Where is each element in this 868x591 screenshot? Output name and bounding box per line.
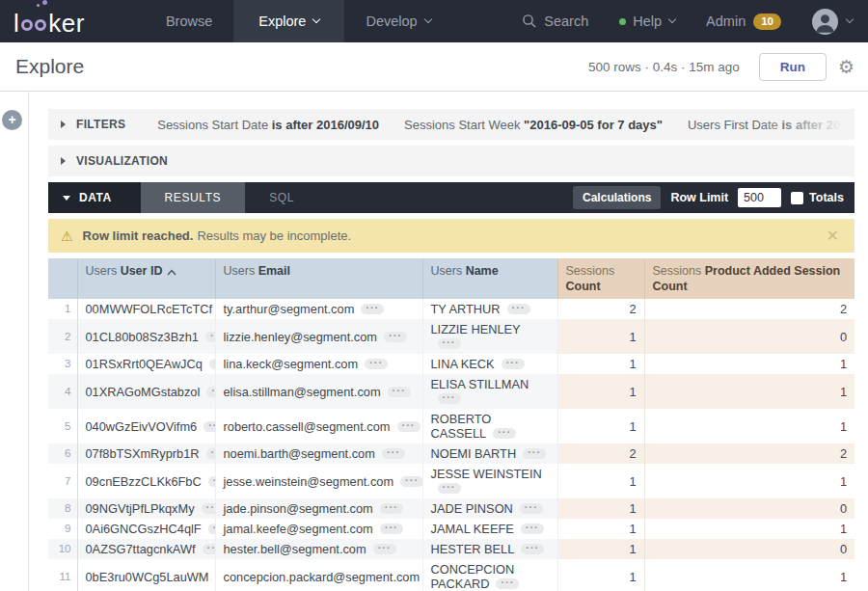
cell-menu-icon[interactable]	[400, 476, 422, 487]
table-row[interactable]: 90Ai6GNCGszHC4qlFjamal.keefe@segment.com…	[48, 519, 854, 539]
nav-item-explore[interactable]: Explore	[233, 0, 344, 42]
column-header-email[interactable]: Users Email	[215, 258, 422, 299]
email-cell[interactable]: jesse.weinstein@segment.com	[215, 464, 422, 498]
cell-menu-icon[interactable]	[206, 448, 215, 459]
column-header-user-id[interactable]: Users User ID	[77, 258, 215, 299]
nav-item-browse[interactable]: Browse	[145, 0, 233, 42]
product-added-count-cell[interactable]: 1	[644, 374, 854, 409]
totals-label[interactable]: Totals	[809, 191, 844, 204]
data-section-toggle[interactable]: DATA	[48, 182, 141, 213]
cell-menu-icon[interactable]	[208, 476, 215, 487]
user-id-cell[interactable]: 00MWWFOLRcETcTCf	[77, 299, 215, 319]
email-cell[interactable]: jade.pinson@segment.com	[215, 498, 422, 519]
filter-item[interactable]: Sessions Start Week "2016-09-05 for 7 da…	[404, 118, 663, 132]
user-id-cell[interactable]: 0Ai6GNCGszHC4qlF	[77, 519, 215, 539]
row-limit-input[interactable]	[738, 188, 781, 207]
cell-menu-icon[interactable]	[507, 304, 530, 314]
cell-menu-icon[interactable]	[206, 387, 215, 397]
cell-menu-icon[interactable]	[382, 448, 405, 459]
run-button[interactable]: Run	[759, 53, 827, 81]
session-count-cell[interactable]: 2	[557, 299, 644, 319]
cell-menu-icon[interactable]	[502, 359, 525, 369]
user-id-cell[interactable]: 01CL80b08Sz3Bzh1	[77, 319, 215, 354]
cell-menu-icon[interactable]	[496, 578, 519, 589]
filter-item[interactable]: Users First Date is after 2016/09/10	[688, 118, 842, 132]
email-cell[interactable]: elisa.stillman@segment.com	[215, 374, 422, 409]
search-button[interactable]: Search	[522, 13, 588, 29]
user-id-cell[interactable]: 01XRAGoMGstabzol	[77, 374, 215, 409]
session-count-cell[interactable]: 1	[557, 559, 644, 591]
user-id-cell[interactable]: 01RSxRrt0QEAwJCq	[77, 354, 215, 374]
cell-menu-icon[interactable]	[361, 304, 384, 314]
table-row[interactable]: 100MWWFOLRcETcTCfty.arthur@segment.comTY…	[48, 299, 854, 319]
table-row[interactable]: 401XRAGoMGstabzolelisa.stillman@segment.…	[48, 374, 854, 409]
column-header-product-added[interactable]: Sessions Product Added Session Count	[644, 258, 854, 299]
session-count-cell[interactable]: 1	[557, 539, 644, 559]
cell-menu-icon[interactable]	[397, 421, 420, 432]
column-header-count[interactable]: Sessions Count	[557, 258, 644, 299]
tab-results[interactable]: RESULTS	[141, 182, 246, 213]
email-cell[interactable]: ty.arthur@segment.com	[215, 299, 422, 319]
session-count-cell[interactable]: 1	[557, 464, 644, 498]
session-count-cell[interactable]: 1	[557, 319, 644, 354]
nav-item-admin[interactable]: Admin 10	[706, 13, 781, 30]
product-added-count-cell[interactable]: 1	[644, 519, 854, 539]
filters-section[interactable]: FILTERS Sessions Start Date is after 201…	[48, 109, 854, 140]
cell-menu-icon[interactable]	[203, 544, 215, 554]
email-cell[interactable]: lizzie.henley@segment.com	[215, 319, 422, 354]
cell-menu-icon[interactable]	[388, 387, 411, 397]
session-count-cell[interactable]: 2	[557, 443, 644, 464]
session-count-cell[interactable]: 1	[557, 354, 644, 374]
product-added-count-cell[interactable]: 2	[644, 299, 854, 319]
tab-sql[interactable]: SQL	[245, 182, 318, 213]
cell-menu-icon[interactable]	[373, 544, 396, 554]
cell-menu-icon[interactable]	[380, 524, 403, 534]
cell-menu-icon[interactable]	[209, 359, 215, 369]
nav-item-develop[interactable]: Develop	[344, 0, 451, 42]
cell-menu-icon[interactable]	[523, 448, 546, 459]
user-menu[interactable]	[812, 9, 853, 35]
name-cell[interactable]: ELISA STILLMAN	[422, 374, 557, 409]
product-added-count-cell[interactable]: 0	[644, 319, 854, 354]
cell-menu-icon[interactable]	[520, 503, 543, 514]
user-id-cell[interactable]: 07f8bTSXmRyprb1R	[77, 443, 215, 464]
cell-menu-icon[interactable]	[521, 544, 544, 554]
session-count-cell[interactable]: 1	[557, 519, 644, 539]
email-cell[interactable]: hester.bell@segment.com	[215, 539, 422, 559]
product-added-count-cell[interactable]: 1	[644, 409, 854, 443]
table-row[interactable]: 607f8bTSXmRyprb1Rnoemi.barth@segment.com…	[48, 443, 854, 464]
name-cell[interactable]: LIZZIE HENLEY	[422, 319, 557, 354]
cell-menu-icon[interactable]	[384, 332, 407, 342]
email-cell[interactable]: noemi.barth@segment.com	[215, 443, 422, 464]
looker-logo[interactable]: lker	[14, 7, 85, 36]
visualization-section[interactable]: VISUALIZATION	[48, 146, 854, 176]
product-added-count-cell[interactable]: 0	[644, 539, 854, 559]
email-cell[interactable]: jamal.keefe@segment.com	[215, 519, 422, 539]
close-icon[interactable]: ✕	[827, 227, 842, 245]
gear-icon[interactable]: ⚙	[838, 58, 854, 76]
email-cell[interactable]: concepcion.packard@segment.com	[215, 559, 422, 591]
cell-menu-icon[interactable]	[521, 524, 544, 534]
cell-menu-icon[interactable]	[438, 338, 461, 349]
user-id-cell[interactable]: 09cnEBzzCLKk6FbC	[77, 464, 215, 498]
product-added-count-cell[interactable]: 1	[644, 559, 854, 591]
name-cell[interactable]: ROBERTO CASSELL	[422, 409, 557, 443]
session-count-cell[interactable]: 1	[557, 498, 644, 519]
table-row[interactable]: 5040wGzEivVOVifm6roberto.cassell@segment…	[48, 409, 854, 443]
product-added-count-cell[interactable]: 1	[644, 354, 854, 374]
user-id-cell[interactable]: 040wGzEivVOVifm6	[77, 409, 215, 443]
name-cell[interactable]: JESSE WEINSTEIN	[422, 464, 557, 498]
cell-menu-icon[interactable]	[438, 483, 461, 494]
product-added-count-cell[interactable]: 2	[644, 443, 854, 464]
email-cell[interactable]: lina.keck@segment.com	[215, 354, 422, 374]
cell-menu-icon[interactable]	[202, 503, 215, 514]
table-row[interactable]: 110bE3ru0WCg5LauWMconcepcion.packard@seg…	[48, 559, 854, 591]
name-cell[interactable]: TY ARTHUR	[422, 299, 557, 319]
email-cell[interactable]: roberto.cassell@segment.com	[215, 409, 422, 443]
totals-checkbox[interactable]	[791, 192, 803, 204]
user-id-cell[interactable]: 09NGVtjPfLPkqxMy	[77, 498, 215, 519]
name-cell[interactable]: NOEMI BARTH	[422, 443, 557, 464]
product-added-count-cell[interactable]: 0	[644, 498, 854, 519]
session-count-cell[interactable]: 1	[557, 409, 644, 443]
table-row[interactable]: 809NGVtjPfLPkqxMyjade.pinson@segment.com…	[48, 498, 854, 519]
